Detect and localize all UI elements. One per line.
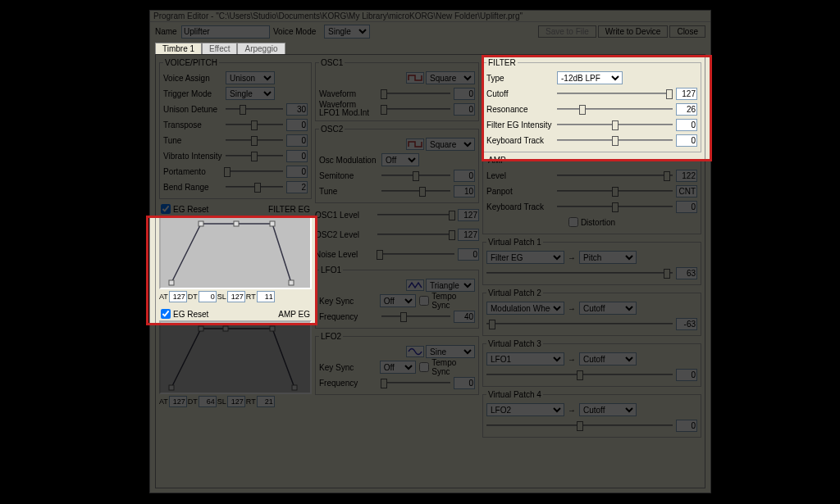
write-to-device-button[interactable]: Write to Device <box>598 25 669 38</box>
vp4-amt-slider[interactable] <box>486 420 673 431</box>
voice-assign-select[interactable]: Unison <box>226 71 275 84</box>
vibrato-slider[interactable] <box>226 150 283 161</box>
osc2-tune-slider[interactable] <box>381 185 450 197</box>
vp2-amt-slider[interactable] <box>486 318 673 329</box>
vp1-amt-slider[interactable] <box>486 267 673 279</box>
svg-rect-2 <box>234 221 239 226</box>
unison-detune-value[interactable] <box>286 103 308 116</box>
voicemode-select[interactable]: Single <box>324 25 370 39</box>
unison-detune-slider[interactable] <box>226 103 283 115</box>
osc2-wave-icon <box>406 138 424 150</box>
vp3-dst-select[interactable]: Cutoff <box>579 352 637 366</box>
vp2-dst-select[interactable]: Cutoff <box>579 302 637 315</box>
portamento-value[interactable] <box>286 166 308 178</box>
filter-egint-slider[interactable] <box>557 119 673 130</box>
vpatch3-group: Virtual Patch 3 LFO1 → Cutoff <box>482 339 701 387</box>
amp-level-slider[interactable] <box>557 170 673 181</box>
osc1-wave-icon <box>406 72 424 84</box>
transpose-value[interactable] <box>286 119 308 131</box>
lfo2-temposync-check[interactable]: Tempo Sync <box>419 358 475 376</box>
tune-slider[interactable] <box>226 134 283 146</box>
timbre-panel: VOICE/PITCH Voice Assign Unison Trigger … <box>155 54 705 488</box>
osc1-level-slider[interactable] <box>377 209 454 220</box>
lfo2-wave-select[interactable]: Sine <box>426 345 475 358</box>
distortion-check[interactable]: Distortion <box>568 217 615 227</box>
svg-rect-9 <box>292 385 297 390</box>
amp-eg-graph[interactable] <box>159 320 312 394</box>
vpatch1-group: Virtual Patch 1 Filter EG → Pitch <box>482 238 701 285</box>
vpatch2-group: Virtual Patch 2 Modulation Wheel → Cutof… <box>482 288 701 336</box>
filter-eg-box: EG Reset FILTER EG <box>159 202 312 304</box>
vibrato-value[interactable] <box>286 150 308 162</box>
tab-effect[interactable]: Effect <box>202 43 237 54</box>
bend-slider[interactable] <box>226 181 283 193</box>
osc1-wave-select[interactable]: Square <box>426 71 475 84</box>
vp2-src-select[interactable]: Modulation Wheel <box>486 302 564 315</box>
osc2-semitone-slider[interactable] <box>381 170 450 181</box>
lfo2-keysync-select[interactable]: Off <box>380 361 417 374</box>
noise-level-slider[interactable] <box>377 248 454 260</box>
filter-cutoff-slider[interactable] <box>557 88 673 99</box>
vp4-dst-select[interactable]: Cutoff <box>579 403 637 416</box>
bend-value[interactable] <box>286 181 308 193</box>
lfo2-wave-icon <box>406 346 424 357</box>
svg-rect-4 <box>289 280 294 285</box>
name-input[interactable] <box>181 25 270 39</box>
amp-eg-reset-check[interactable]: EG Reset <box>161 309 208 319</box>
amp-pan-slider[interactable] <box>557 185 673 197</box>
tab-arpeggio[interactable]: Arpeggio <box>237 43 285 54</box>
close-button[interactable]: Close <box>669 25 705 38</box>
save-to-file-button[interactable]: Save to File <box>538 25 596 38</box>
lfo1-temposync-check[interactable]: Tempo Sync <box>419 292 475 310</box>
lfo1-group: LFO1 Triangle Key Sync Off Tempo Sync Fr… <box>315 266 479 329</box>
transpose-slider[interactable] <box>226 119 283 130</box>
arrow-icon: → <box>568 406 576 415</box>
filter-kbd-slider[interactable] <box>557 134 673 146</box>
svg-rect-6 <box>199 326 203 331</box>
lfo1-freq-slider[interactable] <box>381 311 450 322</box>
vpatch4-group: Virtual Patch 4 LFO2 → Cutoff <box>482 390 701 438</box>
filter-type-select[interactable]: -12dB LPF <box>557 71 623 84</box>
vp4-src-select[interactable]: LFO2 <box>486 403 564 416</box>
lfo1-wave-select[interactable]: Triangle <box>426 279 475 292</box>
osc2-wave-select[interactable]: Square <box>426 138 475 151</box>
portamento-slider[interactable] <box>226 166 283 177</box>
lfo1-wave-icon <box>406 279 424 291</box>
tune-value[interactable] <box>286 134 308 147</box>
vp3-src-select[interactable]: LFO1 <box>486 352 564 366</box>
window-title: Program Editor - "C:\Users\Studio\Docume… <box>150 11 710 22</box>
svg-rect-7 <box>223 326 228 331</box>
osc1-waveform-slider[interactable] <box>381 88 450 99</box>
svg-rect-1 <box>199 221 203 226</box>
vp3-amt-slider[interactable] <box>486 369 673 380</box>
lfo1-keysync-select[interactable]: Off <box>380 294 417 307</box>
arrow-icon: → <box>568 355 576 364</box>
filter-eg-graph[interactable] <box>159 216 312 289</box>
filter-eg-reset-check[interactable]: EG Reset <box>161 204 208 214</box>
osc2-level-slider[interactable] <box>377 229 454 240</box>
osc1-group: OSC1 Square Waveform Waveform LFO1 Mod.I… <box>315 58 479 121</box>
osc1-lfo1mod-slider[interactable] <box>381 103 450 115</box>
svg-rect-8 <box>270 326 275 331</box>
lfo2-freq-slider[interactable] <box>381 377 450 388</box>
svg-rect-0 <box>169 280 174 285</box>
voicemode-label: Voice Mode <box>273 27 321 36</box>
amp-group: AMP Level Panpot Keyboard Track Distorti… <box>482 156 701 234</box>
svg-rect-3 <box>270 221 275 226</box>
arrow-icon: → <box>568 304 576 313</box>
vp1-dst-select[interactable]: Pitch <box>579 251 637 264</box>
osc2-mod-select[interactable]: Off <box>381 153 419 166</box>
trigger-mode-select[interactable]: Single <box>226 87 275 100</box>
amp-eg-box: EG Reset AMP EG <box>159 307 312 409</box>
program-editor-window: Program Editor - "C:\Users\Studio\Docume… <box>149 10 711 493</box>
voice-pitch-group: VOICE/PITCH Voice Assign Unison Trigger … <box>159 58 312 199</box>
filter-group: FILTER Type -12dB LPF Cutoff Resonance F… <box>482 58 701 152</box>
filter-resonance-slider[interactable] <box>557 103 673 115</box>
arrow-icon: → <box>568 253 576 262</box>
vp1-src-select[interactable]: Filter EG <box>486 251 564 264</box>
osc2-group: OSC2 Square Osc Modulation Off Semitone … <box>315 125 479 203</box>
amp-kbd-slider[interactable] <box>557 201 673 212</box>
svg-rect-5 <box>169 385 174 390</box>
name-label: Name <box>155 27 178 36</box>
tab-timbre1[interactable]: Timbre 1 <box>155 43 202 54</box>
